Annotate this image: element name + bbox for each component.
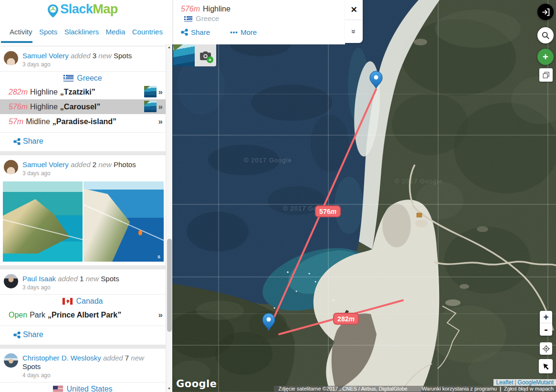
line-label-282m[interactable]: 282m (334, 313, 358, 324)
imagery-attribution-bar: Zdjęcie satelitarne ©2017 , CNES / Airbu… (274, 386, 556, 392)
tab-slackliners[interactable]: Slackliners (64, 26, 99, 38)
tab-spots[interactable]: Spots (39, 26, 57, 38)
slackline-in-photo (84, 204, 164, 243)
scroll-up-arrow-icon[interactable]: ▲ (166, 44, 172, 51)
photo-watermark: s (157, 254, 160, 259)
chevron-right-icon[interactable]: » (158, 99, 163, 114)
post-header: Christopher D. Weslosky added 7 new Spot… (0, 349, 166, 382)
post-title: Samuel Volery added 2 new Photos (22, 159, 161, 169)
scroll-down-arrow-icon[interactable]: ▼ (166, 385, 172, 392)
spot-detail-panel: 576mHighline Greece Share More (172, 0, 345, 44)
timestamp: 4 days ago (22, 372, 161, 379)
spot-row-carousel-highlighted[interactable]: 576mHighline„Carousel” » (0, 99, 166, 114)
photo-gallery: s (0, 180, 166, 265)
pan-northwest-button[interactable] (539, 359, 553, 373)
share-icon (13, 138, 21, 145)
login-icon (541, 8, 550, 17)
search-button[interactable] (537, 27, 554, 43)
canada-flag-icon (63, 298, 73, 305)
attribution-divider: | (500, 386, 501, 392)
spot-row-tzatziki[interactable]: 282mHighline„Tzatziki” » (0, 85, 166, 99)
timestamp: 3 days ago (22, 284, 161, 291)
spot-title: 576mHighline (181, 4, 345, 14)
report-error-link[interactable]: Zgłoś błąd w mapach (504, 386, 554, 392)
activity-feed: Samuel Volery added 3 new Spots 3 days a… (0, 46, 166, 392)
avatar[interactable] (4, 160, 18, 174)
login-button[interactable] (537, 4, 554, 20)
country-row-greece[interactable]: Greece (0, 73, 166, 84)
search-icon (541, 31, 550, 40)
spot-thumbnail[interactable] (144, 101, 157, 112)
chevron-down-icon: » (350, 29, 358, 33)
scrollbar-thumb[interactable] (167, 239, 172, 332)
map-canvas[interactable]: © 2017 Google © 2017 Google © 2017 Googl… (172, 0, 556, 392)
share-post-button[interactable]: Share (0, 326, 166, 345)
photo-navagio-1[interactable] (3, 181, 83, 262)
user-link[interactable]: Samuel Volery (22, 52, 69, 60)
tab-activity[interactable]: Activity (10, 26, 32, 38)
svg-text:© 2017 Google: © 2017 Google (395, 178, 443, 185)
feed-post: Christopher D. Weslosky added 7 new Spot… (0, 349, 166, 392)
country-row-united-states[interactable]: United States (0, 383, 166, 392)
spot-row-paradise-island[interactable]: 57mMidline„Paradise-island” » (0, 114, 166, 129)
tab-media[interactable]: Media (106, 26, 126, 38)
svg-text:576m: 576m (319, 208, 336, 215)
post-header: Paul Isaak added 1 new Spots 3 days ago (0, 269, 166, 294)
add-spot-button[interactable]: + (537, 49, 554, 65)
post-header: Samuel Volery added 3 new Spots 3 days a… (0, 46, 166, 71)
locate-icon (542, 345, 550, 353)
ellipsis-icon (230, 31, 238, 34)
spot-thumbnail[interactable] (144, 86, 157, 97)
user-link[interactable]: Samuel Volery (22, 160, 69, 169)
layers-button[interactable] (539, 68, 553, 82)
more-button[interactable]: More (230, 28, 257, 36)
map-noise-overlay (172, 0, 556, 392)
feed-post: Samuel Volery added 3 new Spots 3 days a… (0, 46, 166, 151)
share-button[interactable]: Share (181, 28, 210, 36)
zoom-out-button[interactable]: - (540, 323, 552, 336)
line-label-576m[interactable]: 576m (315, 206, 340, 217)
sidebar-scrollbar[interactable]: ▲ ▼ (166, 44, 172, 392)
timestamp: 3 days ago (22, 170, 161, 177)
close-icon: ✕ (350, 5, 357, 15)
leaflet-link[interactable]: Leaflet (496, 379, 513, 386)
user-link[interactable]: Christopher D. Weslosky (22, 354, 101, 362)
post-title: Samuel Volery added 3 new Spots (22, 51, 161, 60)
spot-row-prince-albert-park[interactable]: OpenPark„Prince Albert Park” » (0, 307, 166, 322)
user-link[interactable]: Paul Isaak (22, 275, 56, 283)
leaflet-attribution: Leaflet|GoogleMutant (493, 379, 556, 386)
avatar[interactable] (4, 51, 18, 65)
country-row-canada[interactable]: Canada (0, 296, 166, 307)
spot-photo-strip: + (173, 44, 216, 66)
sidebar: Samuel Volery added 3 new Spots 3 days a… (0, 0, 172, 392)
slackmap-logo[interactable]: SlackMap (0, 2, 166, 18)
sidebar-header: SlackMap Activity Spots Slackliners Medi… (0, 0, 166, 46)
slackmap-app: © 2017 Google © 2017 Google © 2017 Googl… (0, 0, 556, 392)
chevron-right-icon[interactable]: » (158, 307, 163, 322)
terms-link[interactable]: Warunki korzystania z programu (422, 386, 497, 392)
imagery-credit: Zdjęcie satelitarne ©2017 , CNES / Airbu… (278, 386, 407, 392)
chevron-right-icon[interactable]: » (158, 114, 163, 129)
feed-post: Samuel Volery added 2 new Photos 3 days … (0, 155, 166, 265)
close-panel-button[interactable]: ✕ (345, 0, 363, 20)
spot-photo-thumbnail[interactable] (173, 44, 195, 66)
add-icon: + (207, 56, 213, 63)
feed-post: Paul Isaak added 1 new Spots 3 days ago … (0, 269, 166, 345)
collapse-panel-button[interactable]: » (345, 20, 363, 42)
post-title: Paul Isaak added 1 new Spots (22, 274, 161, 283)
add-photo-button[interactable]: + (195, 44, 216, 66)
timestamp: 3 days ago (22, 61, 161, 68)
greece-flag-icon (184, 16, 192, 22)
zoom-in-button[interactable]: + (540, 311, 552, 323)
tab-countries[interactable]: Countries (132, 26, 163, 38)
panel-button-column: ✕ » (345, 0, 363, 43)
locate-me-button[interactable] (540, 342, 552, 355)
avatar[interactable] (4, 274, 18, 288)
googlemutant-link[interactable]: GoogleMutant (518, 379, 554, 386)
plus-icon: + (543, 51, 548, 63)
slackmap-pin-icon (48, 4, 58, 18)
photo-navagio-2[interactable]: s (84, 181, 164, 262)
avatar[interactable] (4, 353, 18, 368)
chevron-right-icon[interactable]: » (158, 85, 163, 99)
share-post-button[interactable]: Share (0, 133, 166, 151)
